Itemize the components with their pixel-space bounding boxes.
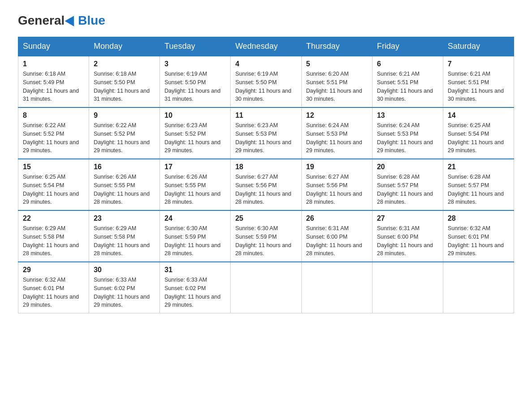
day-number: 6 <box>377 60 438 68</box>
day-number: 19 <box>306 163 368 171</box>
calendar-cell: 18 Sunrise: 6:27 AM Sunset: 5:56 PM Dayl… <box>231 159 301 210</box>
logo-general-text: General <box>18 13 64 28</box>
day-info: Sunrise: 6:19 AM Sunset: 5:50 PM Dayligh… <box>235 70 296 103</box>
week-row-1: 1 Sunrise: 6:18 AM Sunset: 5:49 PM Dayli… <box>18 56 514 107</box>
day-info: Sunrise: 6:28 AM Sunset: 5:57 PM Dayligh… <box>377 173 438 206</box>
calendar-cell: 26 Sunrise: 6:31 AM Sunset: 6:00 PM Dayl… <box>301 210 372 262</box>
day-info: Sunrise: 6:27 AM Sunset: 5:56 PM Dayligh… <box>235 173 296 206</box>
day-info: Sunrise: 6:30 AM Sunset: 5:59 PM Dayligh… <box>235 224 296 258</box>
weekday-header-tuesday: Tuesday <box>160 37 231 56</box>
day-info: Sunrise: 6:27 AM Sunset: 5:56 PM Dayligh… <box>306 173 368 206</box>
day-number: 14 <box>448 111 509 120</box>
calendar-cell <box>301 262 372 313</box>
weekday-header-wednesday: Wednesday <box>231 37 301 56</box>
calendar-cell: 28 Sunrise: 6:32 AM Sunset: 6:01 PM Dayl… <box>443 210 514 262</box>
logo-triangle-icon <box>65 13 79 26</box>
day-info: Sunrise: 6:28 AM Sunset: 5:57 PM Dayligh… <box>448 173 509 206</box>
day-number: 22 <box>23 214 84 223</box>
calendar-cell: 14 Sunrise: 6:25 AM Sunset: 5:54 PM Dayl… <box>443 107 514 159</box>
day-number: 5 <box>306 60 368 68</box>
day-info: Sunrise: 6:25 AM Sunset: 5:54 PM Dayligh… <box>448 121 509 155</box>
day-number: 20 <box>377 163 438 171</box>
day-info: Sunrise: 6:31 AM Sunset: 6:00 PM Dayligh… <box>377 224 438 258</box>
day-number: 8 <box>23 111 84 120</box>
calendar-cell: 23 Sunrise: 6:29 AM Sunset: 5:58 PM Dayl… <box>89 210 160 262</box>
weekday-header-sunday: Sunday <box>18 37 89 56</box>
calendar-cell: 5 Sunrise: 6:20 AM Sunset: 5:51 PM Dayli… <box>301 56 372 107</box>
calendar-cell: 25 Sunrise: 6:30 AM Sunset: 5:59 PM Dayl… <box>231 210 301 262</box>
day-number: 4 <box>235 60 296 68</box>
day-info: Sunrise: 6:32 AM Sunset: 6:01 PM Dayligh… <box>23 276 84 309</box>
day-number: 3 <box>164 60 226 68</box>
day-number: 30 <box>94 266 155 274</box>
logo-blue-text: Blue <box>78 13 105 28</box>
day-info: Sunrise: 6:31 AM Sunset: 6:00 PM Dayligh… <box>306 224 368 258</box>
day-info: Sunrise: 6:25 AM Sunset: 5:54 PM Dayligh… <box>23 173 84 206</box>
day-number: 12 <box>306 111 368 120</box>
week-row-3: 15 Sunrise: 6:25 AM Sunset: 5:54 PM Dayl… <box>18 159 514 210</box>
day-number: 28 <box>448 214 509 223</box>
day-number: 2 <box>94 60 155 68</box>
day-number: 26 <box>306 214 368 223</box>
day-number: 18 <box>235 163 296 171</box>
day-number: 25 <box>235 214 296 223</box>
calendar-cell: 22 Sunrise: 6:29 AM Sunset: 5:58 PM Dayl… <box>18 210 89 262</box>
calendar-cell: 19 Sunrise: 6:27 AM Sunset: 5:56 PM Dayl… <box>301 159 372 210</box>
day-info: Sunrise: 6:24 AM Sunset: 5:53 PM Dayligh… <box>377 121 438 155</box>
day-number: 10 <box>164 111 226 120</box>
calendar-cell: 12 Sunrise: 6:24 AM Sunset: 5:53 PM Dayl… <box>301 107 372 159</box>
day-number: 31 <box>164 266 226 274</box>
weekday-header-row: SundayMondayTuesdayWednesdayThursdayFrid… <box>18 37 514 56</box>
calendar-cell <box>443 262 514 313</box>
weekday-header-thursday: Thursday <box>301 37 372 56</box>
day-info: Sunrise: 6:29 AM Sunset: 5:58 PM Dayligh… <box>94 224 155 258</box>
day-info: Sunrise: 6:30 AM Sunset: 5:59 PM Dayligh… <box>164 224 226 258</box>
calendar-cell: 1 Sunrise: 6:18 AM Sunset: 5:49 PM Dayli… <box>18 56 89 107</box>
day-info: Sunrise: 6:21 AM Sunset: 5:51 PM Dayligh… <box>448 70 509 103</box>
day-info: Sunrise: 6:33 AM Sunset: 6:02 PM Dayligh… <box>164 276 226 309</box>
day-number: 17 <box>164 163 226 171</box>
calendar-cell: 20 Sunrise: 6:28 AM Sunset: 5:57 PM Dayl… <box>372 159 443 210</box>
day-number: 24 <box>164 214 226 223</box>
calendar-cell: 29 Sunrise: 6:32 AM Sunset: 6:01 PM Dayl… <box>18 262 89 313</box>
calendar-cell <box>231 262 301 313</box>
calendar-cell: 27 Sunrise: 6:31 AM Sunset: 6:00 PM Dayl… <box>372 210 443 262</box>
calendar-cell: 3 Sunrise: 6:19 AM Sunset: 5:50 PM Dayli… <box>160 56 231 107</box>
calendar-cell: 15 Sunrise: 6:25 AM Sunset: 5:54 PM Dayl… <box>18 159 89 210</box>
calendar-cell: 17 Sunrise: 6:26 AM Sunset: 5:55 PM Dayl… <box>160 159 231 210</box>
week-row-2: 8 Sunrise: 6:22 AM Sunset: 5:52 PM Dayli… <box>18 107 514 159</box>
calendar-cell: 9 Sunrise: 6:22 AM Sunset: 5:52 PM Dayli… <box>89 107 160 159</box>
week-row-4: 22 Sunrise: 6:29 AM Sunset: 5:58 PM Dayl… <box>18 210 514 262</box>
day-info: Sunrise: 6:29 AM Sunset: 5:58 PM Dayligh… <box>23 224 84 258</box>
day-info: Sunrise: 6:22 AM Sunset: 5:52 PM Dayligh… <box>94 121 155 155</box>
day-info: Sunrise: 6:22 AM Sunset: 5:52 PM Dayligh… <box>23 121 84 155</box>
day-number: 13 <box>377 111 438 120</box>
day-info: Sunrise: 6:18 AM Sunset: 5:50 PM Dayligh… <box>94 70 155 103</box>
day-info: Sunrise: 6:23 AM Sunset: 5:52 PM Dayligh… <box>164 121 226 155</box>
calendar-cell: 2 Sunrise: 6:18 AM Sunset: 5:50 PM Dayli… <box>89 56 160 107</box>
calendar-cell: 31 Sunrise: 6:33 AM Sunset: 6:02 PM Dayl… <box>160 262 231 313</box>
calendar-cell: 11 Sunrise: 6:23 AM Sunset: 5:53 PM Dayl… <box>231 107 301 159</box>
calendar-cell <box>372 262 443 313</box>
day-info: Sunrise: 6:18 AM Sunset: 5:49 PM Dayligh… <box>23 70 84 103</box>
calendar-cell: 16 Sunrise: 6:26 AM Sunset: 5:55 PM Dayl… <box>89 159 160 210</box>
day-info: Sunrise: 6:20 AM Sunset: 5:51 PM Dayligh… <box>306 70 368 103</box>
day-number: 7 <box>448 60 509 68</box>
calendar-cell: 8 Sunrise: 6:22 AM Sunset: 5:52 PM Dayli… <box>18 107 89 159</box>
day-number: 27 <box>377 214 438 223</box>
day-info: Sunrise: 6:33 AM Sunset: 6:02 PM Dayligh… <box>94 276 155 309</box>
day-number: 23 <box>94 214 155 223</box>
calendar-cell: 24 Sunrise: 6:30 AM Sunset: 5:59 PM Dayl… <box>160 210 231 262</box>
day-info: Sunrise: 6:24 AM Sunset: 5:53 PM Dayligh… <box>306 121 368 155</box>
day-number: 16 <box>94 163 155 171</box>
page-header: General Blue <box>18 13 514 28</box>
day-number: 15 <box>23 163 84 171</box>
weekday-header-saturday: Saturday <box>443 37 514 56</box>
day-number: 21 <box>448 163 509 171</box>
day-number: 1 <box>23 60 84 68</box>
calendar-cell: 6 Sunrise: 6:21 AM Sunset: 5:51 PM Dayli… <box>372 56 443 107</box>
calendar-table: SundayMondayTuesdayWednesdayThursdayFrid… <box>18 37 514 313</box>
calendar-cell: 13 Sunrise: 6:24 AM Sunset: 5:53 PM Dayl… <box>372 107 443 159</box>
calendar-cell: 4 Sunrise: 6:19 AM Sunset: 5:50 PM Dayli… <box>231 56 301 107</box>
week-row-5: 29 Sunrise: 6:32 AM Sunset: 6:01 PM Dayl… <box>18 262 514 313</box>
